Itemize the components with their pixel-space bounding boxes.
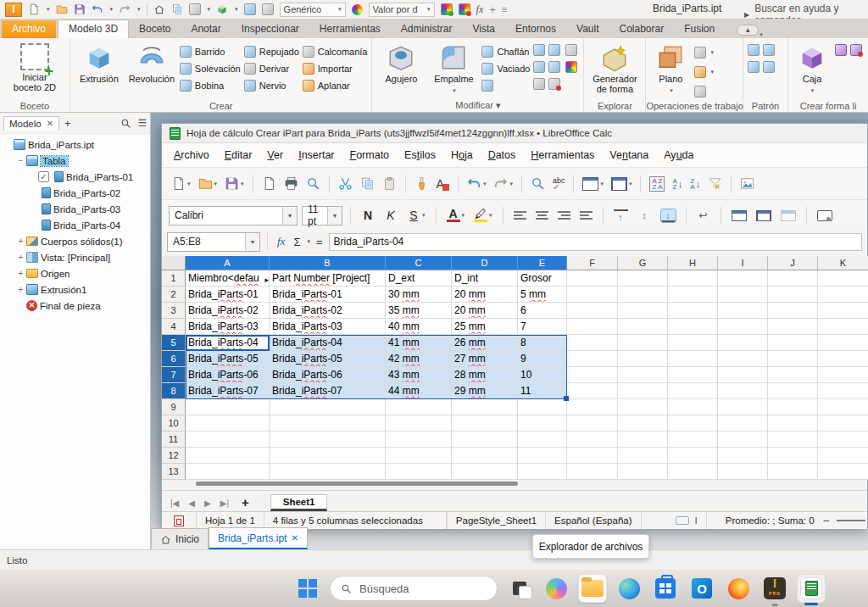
apariencia-cara-icon[interactable] (565, 61, 577, 73)
new-file-icon[interactable] (28, 3, 40, 15)
row-header-1[interactable]: 1 (162, 270, 186, 287)
horizontal-scrollbar[interactable] (196, 482, 518, 486)
edge-button[interactable] (615, 574, 643, 603)
cell-E10[interactable] (518, 415, 567, 432)
cell-D10[interactable] (452, 415, 518, 432)
forma-plano-icon[interactable] (835, 44, 847, 56)
cell-B1[interactable]: Part Number [Project] (270, 270, 386, 287)
revolucion-button[interactable]: Revolución (127, 42, 176, 98)
cell-H3[interactable] (668, 303, 718, 319)
cell-G2[interactable] (618, 287, 668, 303)
sort-descending-button[interactable]: ZA↓ (687, 176, 703, 192)
cell-B9[interactable] (270, 399, 386, 415)
undo-caret[interactable]: ▾ (110, 6, 114, 13)
cell-G3[interactable] (618, 303, 668, 319)
cell-G12[interactable] (618, 448, 668, 464)
cell-F6[interactable] (567, 351, 618, 367)
cell-C8[interactable]: 44 mm (386, 383, 452, 399)
cell-C5[interactable]: 41 mm (386, 335, 452, 351)
cell-E3[interactable]: 6 (518, 303, 567, 319)
cell-C3[interactable]: 35 mm (386, 303, 452, 319)
generador-de-forma-button[interactable]: Generador de forma (588, 42, 641, 98)
parameters-fx-icon[interactable]: fx (476, 3, 484, 16)
cell-G9[interactable] (618, 399, 668, 415)
cell-A5[interactable]: Brida_iParts-04 (186, 335, 270, 351)
open-icon[interactable] (56, 3, 68, 15)
punto-button[interactable]: ▾ (694, 65, 714, 80)
cell-I9[interactable] (718, 399, 768, 415)
cell-J10[interactable] (768, 415, 818, 432)
cell-B6[interactable]: Brida_iParts-05 (270, 351, 386, 367)
new-file-caret[interactable]: ▾ (47, 6, 50, 13)
align-left-button[interactable] (511, 209, 529, 222)
cell-I13[interactable] (718, 464, 768, 480)
cell-B2[interactable]: Brida_iParts-01 (270, 287, 386, 303)
sheet-tab-sheet1[interactable]: Sheet1 (270, 494, 328, 511)
cell-A11[interactable] (186, 432, 270, 448)
browser-search-icon[interactable] (120, 118, 131, 129)
sketch-quick-icon[interactable] (189, 3, 201, 15)
cell-E7[interactable]: 10 (518, 367, 567, 383)
tree-item-tabla[interactable]: −Tabla (0, 153, 150, 169)
column-header-A[interactable]: A (186, 256, 270, 270)
column-header-F[interactable]: F (567, 256, 618, 270)
cell-A4[interactable]: Brida_iParts-03 (186, 319, 270, 335)
cell-G13[interactable] (618, 464, 668, 480)
importar-button[interactable]: Importar (303, 61, 368, 76)
cell-I8[interactable] (718, 383, 768, 399)
cell-D8[interactable]: 29 mm (452, 383, 518, 399)
function-wizard-icon[interactable]: fx (275, 235, 287, 248)
cell-C9[interactable] (386, 399, 452, 415)
row-header-13[interactable]: 13 (162, 464, 186, 480)
last-sheet-icon[interactable]: ▶| (217, 498, 232, 511)
home-icon[interactable] (153, 3, 165, 15)
cell-D3[interactable]: 20 mm (452, 303, 518, 319)
more-tools-icon[interactable]: ≡ (502, 4, 507, 14)
cell-K5[interactable] (818, 335, 868, 351)
column-header-G[interactable]: G (618, 256, 668, 270)
export-caret[interactable]: ▾ (235, 6, 238, 13)
ribbon-tab-anotar[interactable]: Anotar (181, 20, 231, 38)
cell-J8[interactable] (768, 383, 818, 399)
close-icon[interactable]: ✕ (47, 119, 53, 128)
tree-item-brida-iparts-02[interactable]: Brida_iParts-02 (0, 185, 150, 201)
spelling-button[interactable]: abc✓ (550, 175, 568, 192)
column-header-J[interactable]: J (768, 256, 818, 270)
cell-D1[interactable]: D_int (452, 270, 518, 287)
outlook-button[interactable]: O (687, 574, 716, 603)
cell-F11[interactable] (567, 432, 618, 448)
tree-item-brida-iparts-04[interactable]: Brida_iParts-04 (0, 217, 150, 233)
align-top-button[interactable]: ↑ (611, 208, 631, 224)
cell-B11[interactable] (270, 432, 386, 448)
formula-input[interactable]: Brida_iParts-04 (329, 233, 862, 251)
font-size-combobox[interactable]: 11 pt▾ (302, 206, 342, 226)
engrosar-icon[interactable] (548, 61, 560, 73)
cell-H1[interactable] (668, 270, 718, 287)
insert-column-button[interactable]: ▾ (609, 175, 635, 192)
cell-H4[interactable] (668, 319, 718, 335)
cell-A12[interactable] (186, 448, 270, 464)
insert-image-button[interactable] (737, 175, 757, 192)
cell-F1[interactable] (567, 270, 618, 287)
insert-row-button[interactable]: ▾ (580, 175, 606, 192)
cell-B13[interactable] (270, 464, 386, 480)
cell-G7[interactable] (618, 367, 668, 383)
cell-F7[interactable] (567, 367, 618, 383)
cell-I7[interactable] (718, 367, 768, 383)
cell-E11[interactable] (518, 432, 567, 448)
cell-B4[interactable]: Brida_iParts-03 (270, 319, 386, 335)
merge-cells-button[interactable] (754, 209, 774, 223)
wrap-text-button[interactable]: ↩ (694, 208, 713, 223)
ribbon-collapse-caret[interactable]: ▾ (760, 31, 763, 38)
language-status[interactable]: Español (España) (546, 512, 641, 529)
cell-C6[interactable]: 42 mm (386, 351, 452, 367)
browser-menu-icon[interactable]: ☰ (138, 117, 147, 129)
modified-indicator[interactable] (162, 512, 197, 529)
rosca-icon[interactable] (533, 44, 545, 56)
eje-button[interactable]: ▾ (694, 46, 714, 60)
menu-insertar[interactable]: Insertar (292, 147, 341, 164)
paste-button[interactable] (380, 175, 399, 192)
inventor-app-logo[interactable]: I (5, 3, 22, 17)
cell-F2[interactable] (567, 287, 618, 303)
font-name-combobox[interactable]: Calibri▾ (169, 206, 298, 226)
